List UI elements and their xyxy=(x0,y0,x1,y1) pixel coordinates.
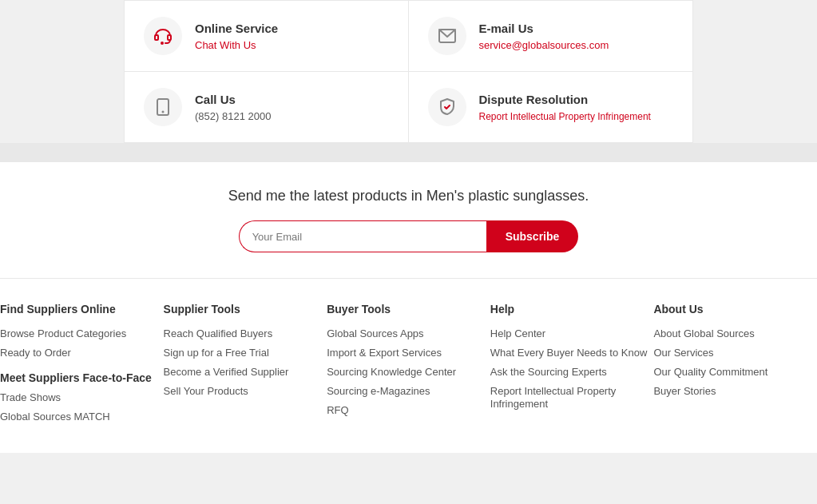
list-item: Buyer Stories xyxy=(653,384,817,397)
global-apps-link[interactable]: Global Sources Apps xyxy=(327,327,423,339)
list-item: Import & Export Services xyxy=(327,346,490,359)
list-item: Sourcing e-Magazines xyxy=(327,384,490,397)
list-item: About Global Sources xyxy=(653,327,817,339)
subscribe-section: Send me the latest products in Men's pla… xyxy=(0,162,817,278)
shield-icon xyxy=(428,88,466,126)
envelope-icon xyxy=(428,17,466,55)
dispute-link[interactable]: Report Intellectual Property Infringemen… xyxy=(479,111,651,122)
list-item: Help Center xyxy=(490,327,654,339)
buyer-tools-list: Global Sources Apps Import & Export Serv… xyxy=(327,327,490,416)
subscribe-title: Send me the latest products in Men's pla… xyxy=(16,188,801,204)
email-text: E-mail Us service@globalsources.com xyxy=(479,22,609,51)
footer-col-help: Help Help Center What Every Buyer Needs … xyxy=(490,303,654,429)
rfq-link[interactable]: RFQ xyxy=(327,404,348,416)
sourcing-knowledge-link[interactable]: Sourcing Knowledge Center xyxy=(327,366,456,378)
footer-col-about: About Us About Global Sources Our Servic… xyxy=(653,303,817,429)
footer-col-buyer-tools: Buyer Tools Global Sources Apps Import &… xyxy=(327,303,490,429)
online-service-text: Online Service Chat With Us xyxy=(195,22,278,51)
list-item: Our Services xyxy=(653,346,817,359)
sourcing-experts-link[interactable]: Ask the Sourcing Experts xyxy=(490,366,607,378)
supplier-tools-list: Reach Qualified Buyers Sign up for a Fre… xyxy=(164,327,327,397)
buyer-stories-link[interactable]: Buyer Stories xyxy=(653,385,716,397)
list-item: RFQ xyxy=(327,403,490,416)
chat-with-us-link[interactable]: Chat With Us xyxy=(195,39,256,51)
list-item: Ask the Sourcing Experts xyxy=(490,365,654,378)
subscribe-button[interactable]: Subscribe xyxy=(486,220,579,252)
list-item: Reach Qualified Buyers xyxy=(164,327,327,339)
contact-item-online-service: Online Service Chat With Us xyxy=(125,1,409,72)
footer-links: Find Suppliers Online Browse Product Cat… xyxy=(0,278,817,453)
online-service-title: Online Service xyxy=(195,22,278,35)
help-list: Help Center What Every Buyer Needs to Kn… xyxy=(490,327,654,410)
email-title: E-mail Us xyxy=(479,22,609,35)
list-item: Our Quality Commitment xyxy=(653,365,817,378)
list-item: Ready to Order xyxy=(0,346,164,359)
subscribe-form: Subscribe xyxy=(16,220,801,252)
footer-col-supplier-tools: Supplier Tools Reach Qualified Buyers Si… xyxy=(164,303,327,429)
list-item: Report Intellectual Property Infringemen… xyxy=(490,384,654,410)
about-title: About Us xyxy=(653,303,817,315)
global-sources-match-link[interactable]: Global Sources MATCH xyxy=(0,411,110,423)
reach-buyers-link[interactable]: Reach Qualified Buyers xyxy=(164,327,273,339)
list-item: Global Sources MATCH xyxy=(0,410,164,423)
sell-products-link[interactable]: Sell Your Products xyxy=(164,385,248,397)
svg-rect-0 xyxy=(155,35,158,40)
sourcing-magazines-link[interactable]: Sourcing e-Magazines xyxy=(327,385,430,397)
svg-point-2 xyxy=(161,42,163,44)
contact-grid: Online Service Chat With Us E-mail Us se… xyxy=(125,1,692,142)
free-trial-link[interactable]: Sign up for a Free Trial xyxy=(164,347,269,359)
list-item: What Every Buyer Needs to Know xyxy=(490,346,654,359)
contact-section: Online Service Chat With Us E-mail Us se… xyxy=(124,0,693,143)
list-item: Sell Your Products xyxy=(164,384,327,397)
call-title: Call Us xyxy=(195,93,271,106)
trade-shows-link[interactable]: Trade Shows xyxy=(0,391,61,403)
list-item: Sign up for a Free Trial xyxy=(164,346,327,359)
supplier-tools-title: Supplier Tools xyxy=(164,303,327,315)
ready-to-order-link[interactable]: Ready to Order xyxy=(0,347,71,359)
verified-supplier-link[interactable]: Become a Verified Supplier xyxy=(164,366,289,378)
list-item: Sourcing Knowledge Center xyxy=(327,365,490,378)
contact-item-call: Call Us (852) 8121 2000 xyxy=(125,72,409,142)
headset-icon xyxy=(144,17,182,55)
email-link[interactable]: service@globalsources.com xyxy=(479,39,609,51)
find-suppliers-title: Find Suppliers Online xyxy=(0,303,164,315)
phone-icon xyxy=(144,88,182,126)
meet-suppliers-list: Trade Shows Global Sources MATCH xyxy=(0,391,164,423)
footer-col-find-suppliers: Find Suppliers Online Browse Product Cat… xyxy=(0,303,164,429)
contact-item-email: E-mail Us service@globalsources.com xyxy=(409,1,693,72)
dispute-title: Dispute Resolution xyxy=(479,93,651,106)
quality-commitment-link[interactable]: Our Quality Commitment xyxy=(653,366,767,378)
list-item: Global Sources Apps xyxy=(327,327,490,339)
buyer-needs-link[interactable]: What Every Buyer Needs to Know xyxy=(490,347,648,359)
our-services-link[interactable]: Our Services xyxy=(653,347,713,359)
about-global-sources-link[interactable]: About Global Sources xyxy=(653,327,754,339)
help-title: Help xyxy=(490,303,654,315)
meet-suppliers-title: Meet Suppliers Face-to-Face xyxy=(0,371,164,384)
list-item: Become a Verified Supplier xyxy=(164,365,327,378)
list-item: Browse Product Categories xyxy=(0,327,164,339)
browse-categories-link[interactable]: Browse Product Categories xyxy=(0,327,126,339)
about-list: About Global Sources Our Services Our Qu… xyxy=(653,327,817,397)
call-number: (852) 8121 2000 xyxy=(195,110,271,122)
import-export-link[interactable]: Import & Export Services xyxy=(327,347,442,359)
contact-item-dispute: Dispute Resolution Report Intellectual P… xyxy=(409,72,693,142)
find-suppliers-list: Browse Product Categories Ready to Order xyxy=(0,327,164,359)
report-ip-link[interactable]: Report Intellectual Property Infringemen… xyxy=(490,385,617,410)
buyer-tools-title: Buyer Tools xyxy=(327,303,490,315)
call-text: Call Us (852) 8121 2000 xyxy=(195,93,271,122)
email-input[interactable] xyxy=(239,220,486,252)
list-item: Trade Shows xyxy=(0,391,164,403)
help-center-link[interactable]: Help Center xyxy=(490,327,545,339)
dispute-text: Dispute Resolution Report Intellectual P… xyxy=(479,93,651,122)
gray-divider xyxy=(0,143,817,162)
